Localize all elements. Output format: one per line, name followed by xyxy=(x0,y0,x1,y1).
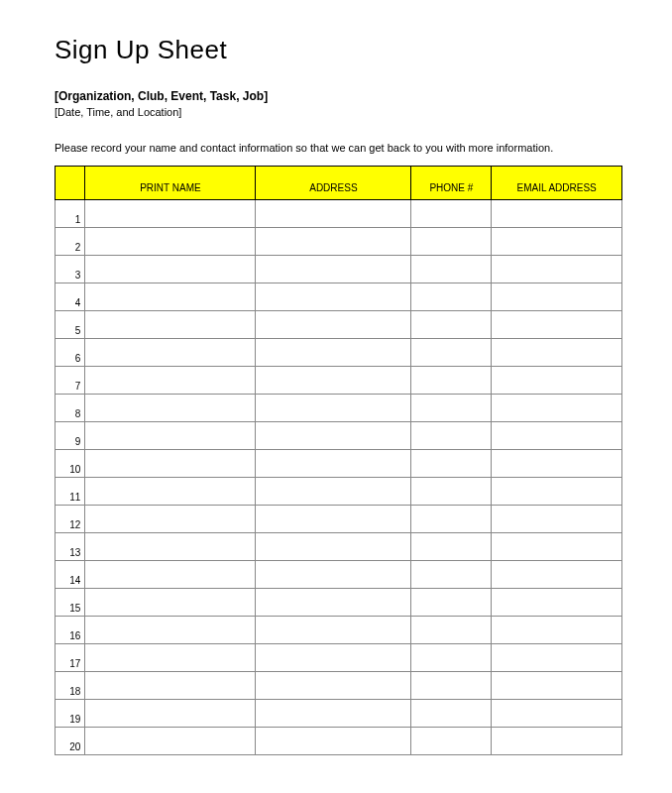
header-email: EMAIL ADDRESS xyxy=(492,167,622,200)
table-row: 6 xyxy=(56,339,622,367)
cell xyxy=(256,728,411,755)
header-print-name: PRINT NAME xyxy=(85,167,256,200)
cell xyxy=(411,339,492,367)
cell xyxy=(85,228,256,256)
cell xyxy=(256,200,411,228)
cell xyxy=(85,533,256,561)
row-number: 6 xyxy=(56,339,85,367)
cell xyxy=(492,506,622,533)
row-number: 8 xyxy=(56,395,85,422)
cell xyxy=(492,367,622,395)
cell xyxy=(411,506,492,533)
cell xyxy=(85,700,256,728)
cell xyxy=(256,283,411,311)
cell xyxy=(256,617,411,644)
cell xyxy=(492,589,622,617)
cell xyxy=(411,533,492,561)
row-number: 5 xyxy=(56,311,85,339)
cell xyxy=(256,561,411,589)
row-number: 2 xyxy=(56,228,85,256)
cell xyxy=(256,478,411,506)
cell xyxy=(256,395,411,422)
cell xyxy=(256,533,411,561)
cell xyxy=(256,367,411,395)
table-row: 8 xyxy=(56,395,622,422)
cell xyxy=(492,672,622,700)
cell xyxy=(85,644,256,672)
cell xyxy=(256,339,411,367)
row-number: 12 xyxy=(56,506,85,533)
cell xyxy=(492,311,622,339)
table-row: 2 xyxy=(56,228,622,256)
cell xyxy=(411,478,492,506)
cell xyxy=(85,617,256,644)
cell xyxy=(411,256,492,283)
table-row: 3 xyxy=(56,256,622,283)
cell xyxy=(492,561,622,589)
row-number: 17 xyxy=(56,644,85,672)
cell xyxy=(492,256,622,283)
header-address: ADDRESS xyxy=(256,167,411,200)
header-phone: PHONE # xyxy=(411,167,492,200)
cell xyxy=(492,339,622,367)
cell xyxy=(85,728,256,755)
table-row: 15 xyxy=(56,589,622,617)
cell xyxy=(411,367,492,395)
cell xyxy=(256,644,411,672)
cell xyxy=(492,283,622,311)
header-num xyxy=(56,167,85,200)
cell xyxy=(492,478,622,506)
table-row: 10 xyxy=(56,450,622,478)
row-number: 11 xyxy=(56,478,85,506)
page-title: Sign Up Sheet xyxy=(55,35,622,65)
cell xyxy=(411,561,492,589)
table-row: 12 xyxy=(56,506,622,533)
cell xyxy=(85,422,256,450)
cell xyxy=(256,256,411,283)
table-row: 17 xyxy=(56,644,622,672)
table-row: 13 xyxy=(56,533,622,561)
signup-table: PRINT NAME ADDRESS PHONE # EMAIL ADDRESS… xyxy=(55,166,622,755)
cell xyxy=(411,283,492,311)
table-row: 1 xyxy=(56,200,622,228)
row-number: 7 xyxy=(56,367,85,395)
table-row: 9 xyxy=(56,422,622,450)
cell xyxy=(492,728,622,755)
cell xyxy=(492,644,622,672)
cell xyxy=(256,422,411,450)
cell xyxy=(85,339,256,367)
cell xyxy=(85,367,256,395)
cell xyxy=(85,311,256,339)
cell xyxy=(492,450,622,478)
cell xyxy=(85,395,256,422)
cell xyxy=(411,700,492,728)
table-row: 14 xyxy=(56,561,622,589)
instructions: Please record your name and contact info… xyxy=(55,142,622,154)
cell xyxy=(256,450,411,478)
cell xyxy=(411,450,492,478)
cell xyxy=(256,506,411,533)
cell xyxy=(411,644,492,672)
cell xyxy=(492,200,622,228)
cell xyxy=(492,422,622,450)
table-row: 20 xyxy=(56,728,622,755)
cell xyxy=(85,478,256,506)
cell xyxy=(85,506,256,533)
cell xyxy=(411,311,492,339)
cell xyxy=(85,283,256,311)
cell xyxy=(411,422,492,450)
row-number: 19 xyxy=(56,700,85,728)
row-number: 18 xyxy=(56,672,85,700)
row-number: 1 xyxy=(56,200,85,228)
cell xyxy=(85,450,256,478)
datetime-location: [Date, Time, and Location] xyxy=(55,106,622,118)
cell xyxy=(85,672,256,700)
cell xyxy=(492,617,622,644)
cell xyxy=(492,228,622,256)
cell xyxy=(256,700,411,728)
cell xyxy=(411,617,492,644)
table-row: 18 xyxy=(56,672,622,700)
cell xyxy=(411,395,492,422)
row-number: 3 xyxy=(56,256,85,283)
cell xyxy=(85,589,256,617)
